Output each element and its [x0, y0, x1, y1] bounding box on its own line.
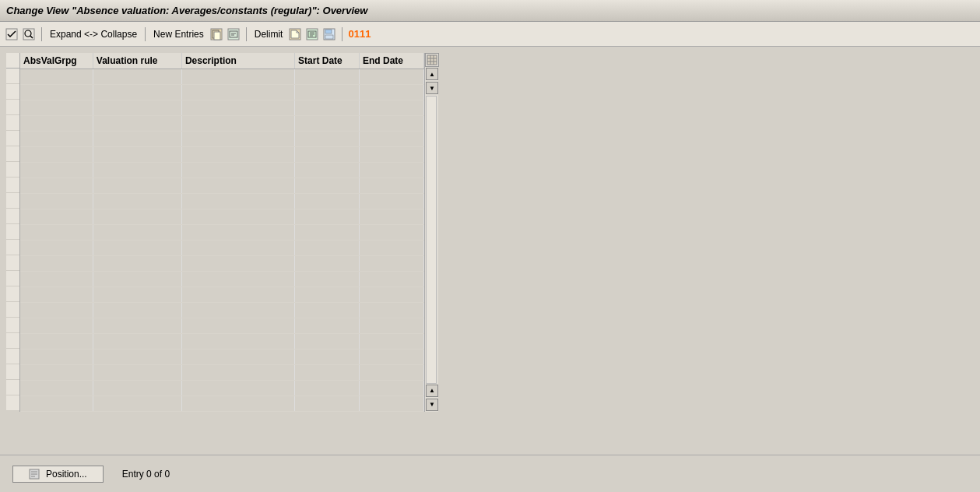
table-cell[interactable] — [93, 146, 181, 162]
table-cell[interactable] — [20, 146, 93, 162]
table-cell[interactable] — [360, 69, 424, 84]
scroll-bottom-down-button[interactable]: ▼ — [426, 399, 438, 411]
table-cell[interactable] — [93, 131, 181, 146]
table-cell[interactable] — [360, 177, 424, 193]
table-row[interactable] — [20, 255, 424, 271]
table-row[interactable] — [20, 209, 424, 224]
table-cell[interactable] — [295, 84, 360, 100]
table-cell[interactable] — [360, 240, 424, 255]
check-icon[interactable] — [5, 27, 19, 41]
table-row[interactable] — [20, 364, 424, 380]
table-cell[interactable] — [20, 193, 93, 209]
table-cell[interactable] — [20, 349, 93, 364]
table-cell[interactable] — [93, 364, 181, 380]
table-cell[interactable] — [93, 302, 181, 318]
table-cell[interactable] — [181, 364, 294, 380]
table-row[interactable] — [20, 286, 424, 302]
table-cell[interactable] — [360, 209, 424, 224]
table-cell[interactable] — [20, 380, 93, 395]
table-row[interactable] — [20, 302, 424, 318]
scroll-up-button[interactable]: ▲ — [426, 68, 438, 80]
table-row[interactable] — [20, 224, 424, 240]
table-cell[interactable] — [295, 364, 360, 380]
table-cell[interactable] — [295, 69, 360, 84]
table-cell[interactable] — [20, 224, 93, 240]
expand-collapse-button[interactable]: Expand <-> Collapse — [47, 28, 139, 40]
find-icon[interactable] — [22, 27, 36, 41]
table-row[interactable] — [20, 240, 424, 255]
table-cell[interactable] — [360, 84, 424, 100]
table-cell[interactable] — [181, 115, 294, 131]
scroll-down-button[interactable]: ▼ — [426, 82, 438, 94]
table-cell[interactable] — [181, 177, 294, 193]
table-cell[interactable] — [295, 177, 360, 193]
table-cell[interactable] — [295, 271, 360, 286]
copy2-icon[interactable] — [227, 27, 241, 41]
table-cell[interactable] — [181, 162, 294, 177]
table-cell[interactable] — [93, 193, 181, 209]
table-cell[interactable] — [93, 395, 181, 411]
ref2-icon[interactable] — [305, 27, 319, 41]
copy1-icon[interactable] — [209, 27, 223, 41]
table-cell[interactable] — [295, 146, 360, 162]
table-cell[interactable] — [93, 255, 181, 271]
column-chooser-button[interactable] — [425, 53, 439, 67]
table-cell[interactable] — [360, 395, 424, 411]
ref1-icon[interactable] — [288, 27, 302, 41]
table-cell[interactable] — [20, 271, 93, 286]
table-cell[interactable] — [181, 100, 294, 115]
table-cell[interactable] — [295, 286, 360, 302]
table-cell[interactable] — [295, 333, 360, 349]
table-cell[interactable] — [181, 271, 294, 286]
table-cell[interactable] — [93, 349, 181, 364]
table-cell[interactable] — [360, 115, 424, 131]
table-row[interactable] — [20, 271, 424, 286]
table-row[interactable] — [20, 193, 424, 209]
table-row[interactable] — [20, 380, 424, 395]
table-cell[interactable] — [295, 380, 360, 395]
save-icon[interactable] — [322, 27, 336, 41]
table-cell[interactable] — [295, 100, 360, 115]
table-cell[interactable] — [295, 193, 360, 209]
position-button[interactable]: Position... — [12, 466, 104, 483]
table-cell[interactable] — [181, 286, 294, 302]
table-cell[interactable] — [295, 115, 360, 131]
table-cell[interactable] — [181, 209, 294, 224]
table-cell[interactable] — [20, 364, 93, 380]
table-cell[interactable] — [20, 333, 93, 349]
table-cell[interactable] — [181, 240, 294, 255]
table-cell[interactable] — [295, 224, 360, 240]
table-cell[interactable] — [20, 84, 93, 100]
table-cell[interactable] — [360, 131, 424, 146]
table-cell[interactable] — [181, 255, 294, 271]
table-row[interactable] — [20, 100, 424, 115]
table-cell[interactable] — [360, 318, 424, 333]
new-entries-button[interactable]: New Entries — [151, 28, 206, 40]
table-cell[interactable] — [93, 177, 181, 193]
table-cell[interactable] — [93, 271, 181, 286]
table-cell[interactable] — [20, 286, 93, 302]
table-cell[interactable] — [181, 333, 294, 349]
table-cell[interactable] — [93, 69, 181, 84]
table-cell[interactable] — [181, 69, 294, 84]
table-cell[interactable] — [295, 162, 360, 177]
table-cell[interactable] — [295, 131, 360, 146]
table-cell[interactable] — [360, 271, 424, 286]
table-row[interactable] — [20, 131, 424, 146]
table-cell[interactable] — [93, 162, 181, 177]
table-cell[interactable] — [181, 318, 294, 333]
table-cell[interactable] — [295, 395, 360, 411]
table-cell[interactable] — [93, 224, 181, 240]
table-cell[interactable] — [360, 255, 424, 271]
table-cell[interactable] — [93, 240, 181, 255]
table-row[interactable] — [20, 318, 424, 333]
table-cell[interactable] — [20, 302, 93, 318]
table-cell[interactable] — [181, 84, 294, 100]
table-cell[interactable] — [93, 333, 181, 349]
table-cell[interactable] — [360, 162, 424, 177]
table-cell[interactable] — [181, 224, 294, 240]
table-cell[interactable] — [181, 395, 294, 411]
table-cell[interactable] — [360, 364, 424, 380]
table-cell[interactable] — [360, 333, 424, 349]
table-row[interactable] — [20, 69, 424, 84]
